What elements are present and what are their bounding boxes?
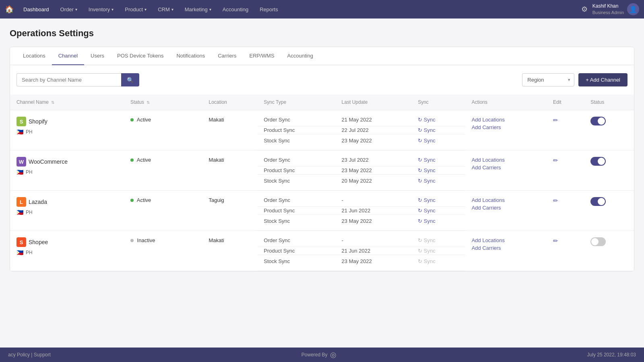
sync-cell[interactable]: ↻ Sync	[411, 167, 465, 175]
avatar[interactable]: 👤	[627, 3, 639, 15]
nav-dashboard[interactable]: Dashboard	[19, 0, 54, 19]
add-locations-link[interactable]: Add Locations	[472, 157, 540, 163]
location-cell: Makati	[202, 231, 257, 271]
sync-cell: ↻ Sync	[411, 231, 465, 247]
brand-logo: ◎	[330, 350, 336, 359]
sync-button[interactable]: ↻ Sync	[418, 138, 459, 144]
status-toggle[interactable]	[590, 197, 606, 206]
table-row: S Shopify 🇵🇭 PH Active Makati Order Sync…	[10, 110, 634, 126]
user-name: Kashif Khan	[592, 3, 624, 10]
search-input[interactable]	[17, 73, 121, 86]
actions-cell: Add Locations Add Carriers	[465, 191, 547, 231]
channel-name-cell: W WooCommerce 🇵🇭 PH	[10, 150, 124, 191]
tab-notifications[interactable]: Notifications	[170, 47, 211, 65]
table-body: S Shopify 🇵🇭 PH Active Makati Order Sync…	[10, 110, 634, 271]
region-select[interactable]: Region	[522, 73, 574, 86]
status-toggle[interactable]	[590, 157, 606, 166]
tab-pos-device-tokens[interactable]: POS Device Tokens	[111, 47, 170, 65]
edit-cell: ✏	[547, 150, 584, 191]
nav-marketing[interactable]: Marketing ▾	[180, 0, 216, 19]
sync-type-cell: Order Sync	[257, 150, 335, 167]
add-carriers-link[interactable]: Add Carriers	[472, 205, 540, 211]
edit-icon[interactable]: ✏	[553, 157, 558, 164]
channel-name-cell: L Lazada 🇵🇭 PH	[10, 191, 124, 231]
nav-order[interactable]: Order ▾	[56, 0, 82, 19]
add-carriers-link[interactable]: Add Carriers	[472, 124, 540, 130]
add-carriers-link[interactable]: Add Carriers	[472, 245, 540, 251]
status-dot	[130, 199, 134, 202]
status-cell: Active	[124, 150, 202, 191]
col-location: Location	[202, 95, 257, 110]
footer-timestamp: July 25 2022, 19:48:03	[587, 352, 636, 358]
sync-button[interactable]: ↻ Sync	[418, 197, 459, 203]
add-carriers-link[interactable]: Add Carriers	[472, 165, 540, 171]
edit-icon[interactable]: ✏	[553, 197, 558, 204]
sync-button[interactable]: ↻ Sync	[418, 178, 459, 184]
sync-button[interactable]: ↻ Sync	[418, 127, 459, 133]
last-update-cell: 23 May 2022	[335, 215, 412, 231]
settings-icon[interactable]: ⚙	[581, 5, 588, 14]
add-locations-link[interactable]: Add Locations	[472, 237, 540, 243]
search-button[interactable]: 🔍	[121, 73, 139, 86]
user-info: Kashif Khan Business Admin 👤	[592, 3, 639, 15]
tab-erp-wms[interactable]: ERP/WMS	[243, 47, 281, 65]
channel-table-wrap: Channel Name ⇅ Status ⇅ Location Sync Ty…	[10, 95, 634, 271]
channel-table: Channel Name ⇅ Status ⇅ Location Sync Ty…	[10, 95, 634, 271]
sync-cell[interactable]: ↻ Sync	[411, 126, 465, 134]
sync-cell: ↻ Sync	[411, 255, 465, 271]
toggle-knob	[598, 117, 605, 125]
edit-cell: ✏	[547, 110, 584, 150]
nav-accounting[interactable]: Accounting	[218, 0, 253, 19]
sync-button[interactable]: ↻ Sync	[418, 157, 459, 163]
status-toggle[interactable]	[590, 117, 606, 125]
add-locations-link[interactable]: Add Locations	[472, 117, 540, 123]
sync-cell[interactable]: ↻ Sync	[411, 134, 465, 150]
add-locations-link[interactable]: Add Locations	[472, 197, 540, 203]
col-actions: Actions	[465, 95, 547, 110]
sync-cell[interactable]: ↻ Sync	[411, 215, 465, 231]
search-wrap: 🔍	[17, 73, 139, 86]
toggle-knob	[598, 158, 605, 165]
nav-reports[interactable]: Reports	[255, 0, 283, 19]
nav-crm[interactable]: CRM ▾	[153, 0, 178, 19]
edit-icon[interactable]: ✏	[553, 117, 558, 123]
sync-cell[interactable]: ↻ Sync	[411, 175, 465, 191]
sync-cell[interactable]: ↻ Sync	[411, 150, 465, 167]
sync-button: ↻ Sync	[418, 237, 459, 243]
sync-button: ↻ Sync	[418, 258, 459, 264]
sync-cell: ↻ Sync	[411, 247, 465, 255]
edit-icon[interactable]: ✏	[553, 237, 558, 244]
sync-type-cell: Order Sync	[257, 191, 335, 207]
page-content: Operations Settings Locations Channel Us…	[0, 19, 644, 348]
sync-cell[interactable]: ↻ Sync	[411, 207, 465, 215]
sync-button[interactable]: ↻ Sync	[418, 167, 459, 173]
sync-button[interactable]: ↻ Sync	[418, 208, 459, 214]
flag-icon: 🇵🇭	[17, 169, 23, 175]
toggle-cell	[584, 150, 634, 191]
tab-carriers[interactable]: Carriers	[211, 47, 243, 65]
tab-locations[interactable]: Locations	[17, 47, 52, 65]
sort-icon: ⇅	[147, 100, 150, 105]
nav-inventory[interactable]: Inventory ▾	[84, 0, 118, 19]
col-last-update: Last Update	[335, 95, 412, 110]
edit-cell: ✏	[547, 191, 584, 231]
sync-cell[interactable]: ↻ Sync	[411, 191, 465, 207]
tab-bar: Locations Channel Users POS Device Token…	[10, 47, 634, 65]
status-toggle[interactable]	[590, 237, 606, 246]
col-sync: Sync	[411, 95, 465, 110]
tab-channel[interactable]: Channel	[52, 47, 84, 65]
tab-users[interactable]: Users	[84, 47, 111, 65]
actions-cell: Add Locations Add Carriers	[465, 231, 547, 271]
sync-cell[interactable]: ↻ Sync	[411, 110, 465, 126]
home-icon[interactable]: 🏠	[5, 5, 14, 14]
last-update-cell: -	[335, 231, 412, 247]
nav-product[interactable]: Product ▾	[120, 0, 151, 19]
toolbar: 🔍 Region ▾ + Add Channel	[10, 65, 634, 95]
tab-accounting[interactable]: Accounting	[281, 47, 320, 65]
sync-button[interactable]: ↻ Sync	[418, 218, 459, 224]
last-update-cell: 23 May 2022	[335, 255, 412, 271]
last-update-cell: 23 May 2022	[335, 134, 412, 150]
sync-button[interactable]: ↻ Sync	[418, 117, 459, 123]
actions-cell: Add Locations Add Carriers	[465, 150, 547, 191]
add-channel-button[interactable]: + Add Channel	[578, 73, 627, 86]
